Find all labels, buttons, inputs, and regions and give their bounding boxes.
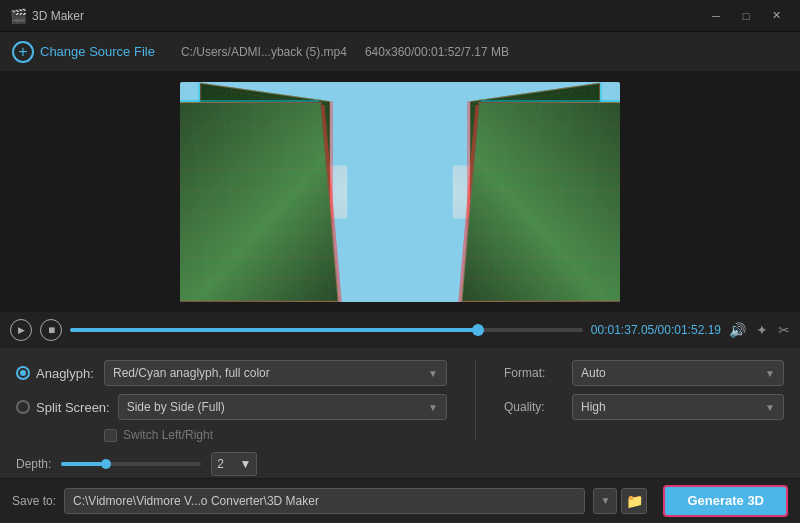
quality-row: Quality: High ▼ bbox=[504, 394, 784, 420]
current-time: 00:01:37.05 bbox=[591, 323, 654, 337]
anaglyph-row: Anaglyph: Red/Cyan anaglyph, full color … bbox=[16, 360, 447, 386]
add-source-label: Change Source File bbox=[40, 44, 155, 59]
depth-value-select[interactable]: 2 ▼ bbox=[211, 452, 257, 476]
save-controls: ▼ 📁 bbox=[593, 488, 647, 514]
switch-checkbox[interactable] bbox=[104, 429, 117, 442]
total-time: 00:01:52.19 bbox=[658, 323, 721, 337]
progress-bar[interactable] bbox=[70, 328, 583, 332]
play-button[interactable]: ▶ bbox=[10, 319, 32, 341]
minimize-button[interactable]: ─ bbox=[702, 5, 730, 27]
switch-label: Switch Left/Right bbox=[123, 428, 213, 442]
depth-slider[interactable] bbox=[61, 462, 201, 466]
add-source-button[interactable]: + Change Source File bbox=[12, 41, 155, 63]
depth-dropdown-arrow: ▼ bbox=[239, 457, 251, 471]
video-frame bbox=[180, 82, 620, 302]
anaglyph-select[interactable]: Red/Cyan anaglyph, full color ▼ bbox=[104, 360, 447, 386]
video-preview bbox=[180, 82, 620, 302]
time-display: 00:01:37.05/00:01:52.19 bbox=[591, 323, 721, 337]
save-to-label: Save to: bbox=[12, 494, 56, 508]
split-dropdown-arrow: ▼ bbox=[428, 402, 438, 413]
settings-right: Format: Auto ▼ Quality: High ▼ bbox=[504, 360, 784, 466]
format-dropdown-arrow: ▼ bbox=[765, 368, 775, 379]
quality-dropdown-arrow: ▼ bbox=[765, 402, 775, 413]
split-screen-label: Split Screen: bbox=[36, 400, 110, 415]
depth-row: Depth: 2 ▼ bbox=[16, 452, 447, 476]
anaglyph-radio[interactable]: Anaglyph: bbox=[16, 366, 96, 381]
toolbar: + Change Source File C:/Users/ADMI...yba… bbox=[0, 32, 800, 72]
depth-label: Depth: bbox=[16, 457, 51, 471]
stop-button[interactable]: ⏹ bbox=[40, 319, 62, 341]
playback-icons: 🔊 ✦ ✂ bbox=[729, 322, 790, 338]
settings-area: Anaglyph: Red/Cyan anaglyph, full color … bbox=[0, 348, 800, 478]
app-title: 3D Maker bbox=[32, 9, 702, 23]
bottom-bar: Save to: C:\Vidmore\Vidmore V...o Conver… bbox=[0, 478, 800, 522]
format-select[interactable]: Auto ▼ bbox=[572, 360, 784, 386]
depth-slider-thumb[interactable] bbox=[101, 459, 111, 469]
anaglyph-dropdown-arrow: ▼ bbox=[428, 368, 438, 379]
depth-slider-fill bbox=[61, 462, 103, 466]
window-controls: ─ □ ✕ bbox=[702, 5, 790, 27]
building-left bbox=[180, 102, 339, 302]
effects-icon[interactable]: ✦ bbox=[756, 322, 768, 338]
quality-value: High bbox=[581, 400, 606, 414]
format-value: Auto bbox=[581, 366, 606, 380]
split-screen-value: Side by Side (Full) bbox=[127, 400, 225, 414]
depth-value: 2 bbox=[217, 457, 224, 471]
file-path: C:/Users/ADMI...yback (5).mp4 bbox=[181, 45, 347, 59]
plus-circle-icon: + bbox=[12, 41, 34, 63]
generate-3d-button[interactable]: Generate 3D bbox=[663, 485, 788, 517]
settings-left: Anaglyph: Red/Cyan anaglyph, full color … bbox=[16, 360, 447, 466]
file-metadata: 640x360/00:01:52/7.17 MB bbox=[365, 45, 509, 59]
switch-row: Switch Left/Right bbox=[104, 428, 447, 442]
save-path-text: C:\Vidmore\Vidmore V...o Converter\3D Ma… bbox=[73, 494, 319, 508]
anaglyph-value: Red/Cyan anaglyph, full color bbox=[113, 366, 270, 380]
split-screen-row: Split Screen: Side by Side (Full) ▼ bbox=[16, 394, 447, 420]
preview-area bbox=[0, 72, 800, 312]
building-right bbox=[461, 102, 620, 302]
cut-icon[interactable]: ✂ bbox=[778, 322, 790, 338]
progress-fill bbox=[70, 328, 478, 332]
playback-bar: ▶ ⏹ 00:01:37.05/00:01:52.19 🔊 ✦ ✂ bbox=[0, 312, 800, 348]
save-dropdown-button[interactable]: ▼ bbox=[593, 488, 617, 514]
settings-divider bbox=[475, 360, 476, 440]
format-label: Format: bbox=[504, 366, 564, 380]
anaglyph-radio-dot bbox=[16, 366, 30, 380]
app-icon: 🎬 bbox=[10, 8, 26, 24]
save-folder-button[interactable]: 📁 bbox=[621, 488, 647, 514]
volume-icon[interactable]: 🔊 bbox=[729, 322, 746, 338]
split-screen-select[interactable]: Side by Side (Full) ▼ bbox=[118, 394, 447, 420]
quality-select[interactable]: High ▼ bbox=[572, 394, 784, 420]
split-screen-radio-dot bbox=[16, 400, 30, 414]
anaglyph-label: Anaglyph: bbox=[36, 366, 94, 381]
maximize-button[interactable]: □ bbox=[732, 5, 760, 27]
file-info: C:/Users/ADMI...yback (5).mp4 640x360/00… bbox=[181, 45, 509, 59]
format-row: Format: Auto ▼ bbox=[504, 360, 784, 386]
quality-label: Quality: bbox=[504, 400, 564, 414]
progress-thumb[interactable] bbox=[472, 324, 484, 336]
close-button[interactable]: ✕ bbox=[762, 5, 790, 27]
save-path-display: C:\Vidmore\Vidmore V...o Converter\3D Ma… bbox=[64, 488, 585, 514]
split-screen-radio[interactable]: Split Screen: bbox=[16, 400, 110, 415]
title-bar: 🎬 3D Maker ─ □ ✕ bbox=[0, 0, 800, 32]
